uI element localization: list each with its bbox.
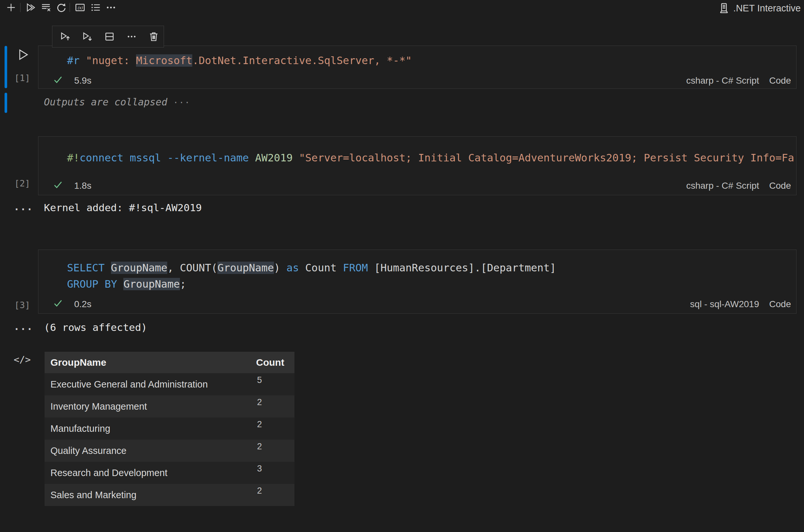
cell3-language-picker[interactable]: sql - sql-AW2019 xyxy=(690,299,759,309)
table-header-row: GroupName Count xyxy=(44,352,294,373)
run-all-button[interactable] xyxy=(25,2,36,13)
clear-outputs-button[interactable] xyxy=(40,2,52,13)
server-icon xyxy=(719,3,729,14)
groupname-cell: Manufacturing xyxy=(51,417,110,440)
outline-icon xyxy=(91,2,101,13)
play-icon xyxy=(16,48,29,61)
count-cell: 5 xyxy=(257,375,262,385)
add-cell-button[interactable] xyxy=(5,2,17,13)
cell1-collapsed-outputs[interactable]: Outputs are collapsed··· xyxy=(44,96,190,108)
cell3-code-line-1: SELECT GroupName, COUNT(GroupName) as Co… xyxy=(67,261,556,274)
count-cell: 3 xyxy=(257,464,262,474)
trash-icon xyxy=(148,31,159,42)
toolbar-separator xyxy=(20,3,20,12)
cell1-code-line: #r "nuget: Microsoft.DotNet.Interactive.… xyxy=(67,54,412,68)
cell2-output-menu[interactable]: ··· xyxy=(14,204,33,215)
cell1-run-button[interactable] xyxy=(16,48,30,62)
cell2-code-line: #!connect mssql --kernel-name AW2019 "Se… xyxy=(67,151,794,165)
cell1-language-picker[interactable]: csharp - C# Script xyxy=(686,75,759,86)
toolbar-separator xyxy=(70,3,70,12)
cell2-kind-picker[interactable]: Code xyxy=(769,180,791,191)
cell2-editor[interactable]: #!connect mssql --kernel-name AW2019 "Se… xyxy=(38,136,797,195)
table-header-groupname: GroupName xyxy=(51,352,107,373)
check-icon xyxy=(53,75,63,85)
cell3-code-line-2: GROUP BY GroupName; xyxy=(67,277,186,291)
cell2-execution-count: [2] xyxy=(14,178,30,188)
table-row: Executive General and Administration5 xyxy=(44,373,294,395)
kernel-name-label: .NET Interactive xyxy=(733,3,801,14)
cell1-editor[interactable]: #r "nuget: Microsoft.DotNet.Interactive.… xyxy=(38,45,797,89)
split-cell-button[interactable] xyxy=(102,30,117,43)
cell1-success-icon xyxy=(53,75,63,85)
variables-icon: (x) xyxy=(75,2,85,13)
split-cell-icon xyxy=(104,31,115,42)
groupname-cell: Quality Assurance xyxy=(51,440,127,462)
collapsed-outputs-menu[interactable]: ··· xyxy=(173,98,190,107)
groupname-cell: Inventory Management xyxy=(51,395,147,417)
cell3-kind-picker[interactable]: Code xyxy=(769,299,791,309)
cell3-rows-affected-text: (6 rows affected) xyxy=(44,322,147,333)
count-cell: 2 xyxy=(257,397,262,407)
table-header-count: Count xyxy=(256,352,284,373)
execute-below-button[interactable] xyxy=(80,30,95,43)
table-row: Sales and Marketing2 xyxy=(44,484,294,506)
ellipsis-icon xyxy=(126,31,137,42)
table-row: Research and Development3 xyxy=(44,462,294,484)
kernel-picker[interactable]: .NET Interactive xyxy=(719,2,801,14)
check-icon xyxy=(53,298,63,308)
cell1-focus-bar xyxy=(4,46,7,88)
table-row: Inventory Management2 xyxy=(44,395,294,417)
cell-hover-toolbar xyxy=(52,26,164,48)
cell3-success-icon xyxy=(53,298,63,308)
collapsed-outputs-label: Outputs are collapsed xyxy=(44,96,167,108)
svg-text:(x): (x) xyxy=(77,5,83,10)
cell2-success-icon xyxy=(53,179,63,190)
notebook-window: (x) .NET Interactive xyxy=(0,0,804,532)
variables-button[interactable]: (x) xyxy=(75,2,85,13)
groupname-cell: Executive General and Administration xyxy=(51,373,208,395)
count-cell: 2 xyxy=(257,486,262,496)
cell3-execution-count: [3] xyxy=(14,300,30,310)
query-result-table: GroupName Count Executive General and Ad… xyxy=(44,352,294,506)
cell2-output-text: Kernel added: #!sql-AW2019 xyxy=(44,202,202,213)
cell1-execution-time: 5.9s xyxy=(74,75,92,86)
cell3-execution-time: 0.2s xyxy=(74,299,92,309)
groupname-cell: Sales and Marketing xyxy=(51,484,136,506)
execute-above-button[interactable] xyxy=(58,30,73,43)
groupname-cell: Research and Development xyxy=(51,462,167,484)
delete-cell-button[interactable] xyxy=(146,30,161,43)
cell3-editor[interactable]: SELECT GroupName, COUNT(GroupName) as Co… xyxy=(38,250,797,314)
count-cell: 2 xyxy=(257,441,262,452)
cell1-output-focus-bar xyxy=(4,93,7,113)
outline-button[interactable] xyxy=(90,2,101,13)
output-mime-code-icon[interactable]: </> xyxy=(14,354,31,365)
clear-outputs-icon xyxy=(41,2,51,13)
ellipsis-icon xyxy=(106,2,116,13)
cell1-kind-picker[interactable]: Code xyxy=(769,75,791,86)
restart-kernel-button[interactable] xyxy=(56,2,67,13)
notebook-toolbar: (x) .NET Interactive xyxy=(0,0,804,16)
more-actions-button[interactable] xyxy=(106,2,116,13)
check-icon xyxy=(53,179,63,190)
cell2-execution-time: 1.8s xyxy=(74,180,92,191)
execute-above-icon xyxy=(60,31,71,42)
table-row: Quality Assurance2 xyxy=(44,440,294,462)
cell1-execution-count: [1] xyxy=(14,73,30,83)
cell3-output-menu[interactable]: ··· xyxy=(14,323,33,335)
cell-more-actions-button[interactable] xyxy=(124,30,139,43)
cell2-language-picker[interactable]: csharp - C# Script xyxy=(686,180,759,191)
table-row: Manufacturing2 xyxy=(44,417,294,440)
run-all-icon xyxy=(25,2,36,13)
count-cell: 2 xyxy=(257,419,262,430)
table-body: Executive General and Administration5Inv… xyxy=(44,373,294,506)
restart-icon xyxy=(56,2,66,13)
execute-below-icon xyxy=(82,31,93,42)
plus-icon xyxy=(6,2,16,13)
